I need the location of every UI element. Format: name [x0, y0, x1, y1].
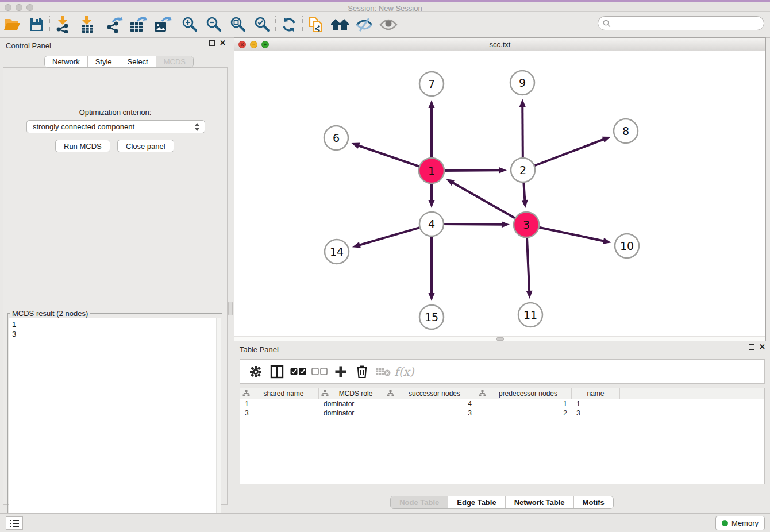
function-builder-icon[interactable]: f(x): [394, 361, 415, 382]
graph-edge[interactable]: [358, 145, 421, 167]
table-header-row: shared name MCDS role successor nodes pr…: [240, 388, 764, 399]
graph-edge[interactable]: [522, 106, 523, 159]
run-mcds-button[interactable]: Run MCDS: [55, 140, 110, 152]
table-cell[interactable]: 4: [384, 399, 476, 408]
panel-divider-grip[interactable]: [228, 302, 233, 315]
table-cell[interactable]: 3: [240, 408, 319, 418]
table-cell[interactable]: 1: [240, 399, 319, 408]
float-panel-icon[interactable]: [209, 40, 215, 46]
copy-network-icon[interactable]: [304, 14, 328, 36]
search-field[interactable]: [598, 16, 764, 30]
result-scrollbar[interactable]: [216, 318, 221, 530]
select-all-checkboxes-icon[interactable]: [287, 361, 309, 382]
export-image-icon[interactable]: [151, 14, 175, 36]
table-cell[interactable]: 1: [476, 399, 572, 408]
export-network-icon[interactable]: [102, 14, 126, 36]
graph-edge[interactable]: [359, 227, 421, 245]
graph-node-label: 6: [333, 132, 340, 144]
table-cell[interactable]: 3: [384, 408, 476, 418]
network-hscrollbar[interactable]: [234, 336, 765, 341]
column-header-shared-name[interactable]: shared name: [240, 388, 319, 399]
graph-node-label: 10: [620, 240, 634, 252]
tab-edge-table[interactable]: Edge Table: [448, 496, 505, 508]
network-hscrollbar-handle[interactable]: [496, 337, 504, 341]
table-cell[interactable]: dominator: [319, 408, 384, 418]
float-table-panel-icon[interactable]: [749, 344, 754, 350]
graph-edge[interactable]: [537, 227, 605, 241]
graph-node-label: 4: [428, 218, 435, 230]
zoom-selected-icon[interactable]: [250, 14, 274, 36]
tab-motifs[interactable]: Motifs: [574, 496, 613, 508]
tab-style[interactable]: Style: [88, 56, 120, 67]
table-options-icon[interactable]: [245, 361, 266, 382]
tab-network-table[interactable]: Network Table: [506, 496, 574, 508]
select-value: strongly connected component: [33, 122, 134, 131]
graph-edge[interactable]: [442, 170, 500, 171]
column-type-icon: [242, 390, 250, 397]
mcds-result-box: MCDS result (2 nodes) 13: [7, 313, 222, 530]
task-history-button[interactable]: [6, 516, 23, 530]
delete-table-icon[interactable]: [372, 361, 394, 382]
save-session-icon[interactable]: [24, 14, 48, 36]
control-panel: Control Panel ✕ Network Style Select MCD…: [0, 38, 230, 509]
node-table: shared name MCDS role successor nodes pr…: [240, 388, 765, 484]
graph-node-label: 2: [519, 164, 526, 176]
mcds-result-text[interactable]: 13: [9, 318, 217, 530]
column-header-name[interactable]: name: [572, 388, 620, 399]
toolbar-separator: [275, 16, 276, 33]
zoom-fit-icon[interactable]: [226, 14, 250, 36]
table-toolbar: f(x): [240, 359, 765, 384]
graph-edge[interactable]: [523, 181, 525, 201]
split-view-icon[interactable]: [266, 361, 287, 382]
deselect-all-checkboxes-icon[interactable]: [309, 361, 330, 382]
search-input[interactable]: [611, 19, 764, 28]
close-panel-button[interactable]: Close panel: [117, 140, 174, 152]
application-window: Session: New Session: [0, 0, 770, 532]
table-cell[interactable]: dominator: [319, 399, 384, 408]
zoom-out-icon[interactable]: [202, 14, 226, 36]
table-cell[interactable]: 1: [572, 399, 620, 408]
tab-node-table[interactable]: Node Table: [391, 496, 448, 508]
graph-edge[interactable]: [527, 236, 529, 292]
graph-node-label: 3: [523, 218, 530, 231]
open-session-icon[interactable]: [0, 14, 24, 36]
optimization-criterion-select[interactable]: strongly connected component: [26, 120, 205, 133]
add-column-icon[interactable]: [330, 361, 351, 382]
table-row[interactable]: 3dominator323: [240, 408, 764, 418]
home-neighbors-icon[interactable]: [328, 14, 352, 36]
network-window-titlebar[interactable]: ✕ − + scc.txt: [234, 38, 765, 51]
delete-column-icon[interactable]: [351, 361, 372, 382]
import-network-icon[interactable]: [51, 14, 75, 36]
table-row[interactable]: 1dominator411: [240, 399, 764, 408]
graph-edge[interactable]: [533, 139, 605, 166]
import-table-icon[interactable]: [75, 14, 99, 36]
close-table-panel-icon[interactable]: ✕: [759, 344, 765, 350]
network-canvas[interactable]: 7968124314101511: [234, 51, 765, 337]
graph-node-label: 9: [519, 76, 526, 89]
graph-edge-arrowhead: [429, 200, 435, 208]
table-panel: Table Panel ✕: [234, 342, 770, 511]
graph-edge-arrowhead: [519, 99, 526, 107]
column-header-mcds-role[interactable]: MCDS role: [319, 388, 384, 399]
close-panel-icon[interactable]: ✕: [220, 40, 226, 46]
column-header-successor-nodes[interactable]: successor nodes: [384, 388, 476, 399]
tab-mcds[interactable]: MCDS: [156, 56, 193, 67]
column-type-icon: [479, 390, 486, 397]
zoom-in-icon[interactable]: [178, 14, 202, 36]
column-header-predecessor-nodes[interactable]: predecessor nodes: [476, 388, 572, 399]
hide-selected-icon[interactable]: [352, 14, 376, 36]
graph-edge[interactable]: [452, 182, 517, 219]
memory-button[interactable]: Memory: [715, 516, 765, 530]
mcds-result-line: 3: [12, 329, 217, 339]
mcds-result-line: 1: [12, 319, 217, 329]
memory-label: Memory: [732, 519, 759, 527]
tab-network[interactable]: Network: [45, 56, 88, 67]
refresh-view-icon[interactable]: [277, 14, 301, 36]
graph-edge[interactable]: [442, 224, 503, 225]
titlebar: Session: New Session: [0, 2, 770, 12]
table-cell[interactable]: 3: [572, 408, 620, 418]
export-table-icon[interactable]: [126, 14, 151, 36]
table-cell[interactable]: 2: [476, 408, 572, 418]
show-all-icon[interactable]: [376, 14, 401, 36]
tab-select[interactable]: Select: [120, 56, 156, 67]
